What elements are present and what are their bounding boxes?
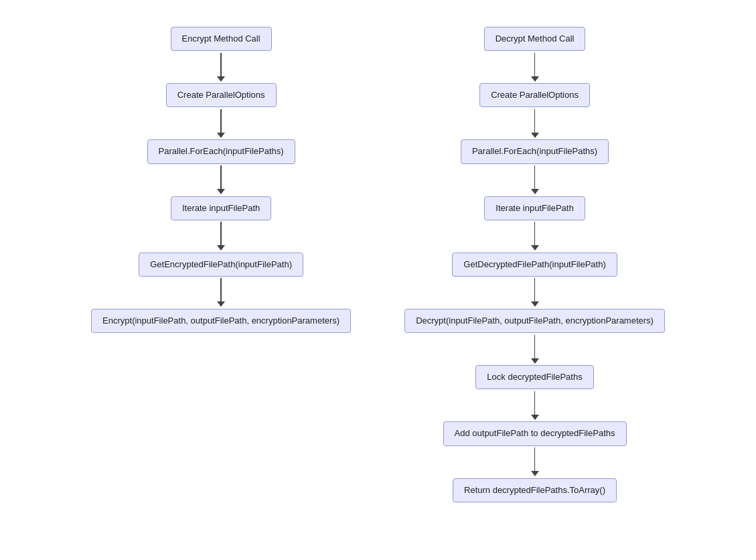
encrypt-flow-column: Encrypt Method Call Create ParallelOptio… xyxy=(91,27,351,502)
arrow-encrypt-2 xyxy=(217,164,225,196)
arrow-decrypt-4 xyxy=(531,277,539,309)
encrypt-node-1: Create ParallelOptions xyxy=(166,83,277,107)
arrow-decrypt-1 xyxy=(531,107,539,139)
decrypt-node-6: Lock decryptedFilePaths xyxy=(475,365,593,389)
arrow-encrypt-1 xyxy=(217,107,225,139)
encrypt-node-5: Encrypt(inputFilePath, outputFilePath, e… xyxy=(91,309,351,333)
arrow-encrypt-0 xyxy=(217,51,225,83)
decrypt-node-8: Return decryptedFilePaths.ToArray() xyxy=(453,478,617,502)
decrypt-flow-column: Decrypt Method Call Create ParallelOptio… xyxy=(404,27,665,502)
main-diagram: Encrypt Method Call Create ParallelOptio… xyxy=(84,13,672,516)
encrypt-node-2: Parallel.ForEach(inputFilePaths) xyxy=(147,139,295,163)
arrow-decrypt-6 xyxy=(531,389,539,421)
decrypt-node-5: Decrypt(inputFilePath, outputFilePath, e… xyxy=(404,309,665,333)
decrypt-node-0: Decrypt Method Call xyxy=(484,27,586,51)
decrypt-node-1: Create ParallelOptions xyxy=(479,83,590,107)
arrow-encrypt-4 xyxy=(217,277,225,309)
encrypt-node-3: Iterate inputFilePath xyxy=(171,196,271,220)
encrypt-node-0: Encrypt Method Call xyxy=(171,27,272,51)
decrypt-node-7: Add outputFilePath to decryptedFilePaths xyxy=(443,421,627,445)
arrow-decrypt-2 xyxy=(531,164,539,196)
decrypt-node-3: Iterate inputFilePath xyxy=(484,196,585,220)
arrow-decrypt-7 xyxy=(531,446,539,478)
arrow-encrypt-3 xyxy=(217,220,225,253)
encrypt-node-4: GetEncryptedFilePath(inputFilePath) xyxy=(139,253,303,277)
decrypt-node-4: GetDecryptedFilePath(inputFilePath) xyxy=(452,253,617,277)
arrow-decrypt-3 xyxy=(531,220,539,253)
arrow-decrypt-0 xyxy=(531,51,539,83)
decrypt-node-2: Parallel.ForEach(inputFilePaths) xyxy=(461,139,609,163)
arrow-decrypt-5 xyxy=(531,333,539,365)
